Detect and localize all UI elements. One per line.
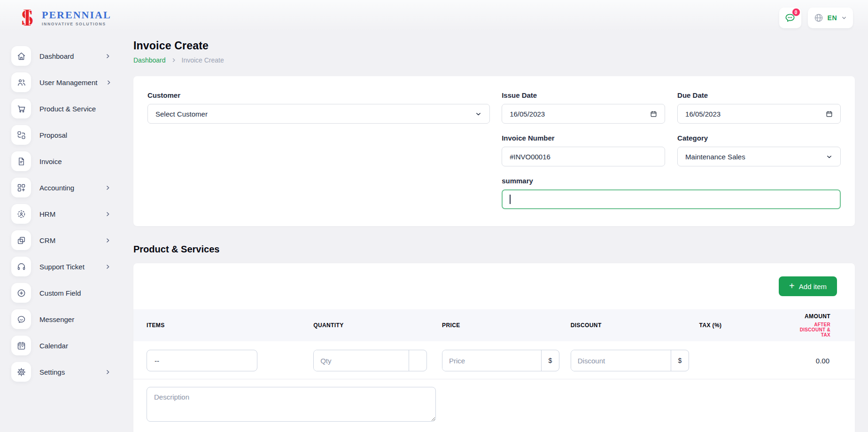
chevron-right-icon (105, 211, 111, 217)
brand-name: PERENNIAL (42, 10, 111, 20)
sidebar-item-support-ticket[interactable]: Support Ticket (11, 257, 118, 276)
language-switcher[interactable]: EN (808, 8, 853, 28)
page-title: Invoice Create (133, 39, 855, 52)
chat-badge: 0 (792, 8, 800, 16)
calendar-icon (11, 336, 31, 355)
column-items: ITEMS (147, 322, 313, 329)
main-content: Invoice Create Dashboard Invoice Create … (133, 39, 855, 432)
quantity-cell (313, 350, 442, 371)
invoice-number-label: Invoice Number (502, 134, 665, 142)
products-card: + Add item ITEMS QUANTITY PRICE DISCOUNT… (133, 263, 855, 432)
plus-icon: + (789, 281, 795, 291)
issue-date-input[interactable]: 16/05/2023 (502, 104, 665, 124)
sidebar-item-label: Settings (39, 368, 65, 376)
breadcrumb-dashboard-link[interactable]: Dashboard (133, 56, 166, 64)
category-field: Category Maintenance Sales (677, 134, 841, 166)
sidebar-item-settings[interactable]: Settings (11, 362, 118, 382)
sidebar-item-dashboard[interactable]: Dashboard (11, 46, 118, 66)
gear-icon (11, 362, 31, 382)
users-icon (11, 72, 31, 92)
text-cursor (510, 195, 511, 204)
issue-date-value: 16/05/2023 (510, 110, 545, 118)
column-quantity: QUANTITY (313, 322, 442, 329)
breadcrumb: Dashboard Invoice Create (133, 56, 855, 64)
item-select[interactable] (147, 350, 257, 371)
price-input[interactable] (442, 350, 541, 371)
add-item-button[interactable]: + Add item (779, 276, 837, 296)
quantity-group (313, 350, 427, 371)
sidebar-item-calendar[interactable]: Calendar (11, 336, 118, 355)
sidebar-item-label: Support Ticket (39, 263, 85, 271)
due-date-label: Due Date (677, 91, 841, 99)
app-root: S I PERENNIAL INNOVATIVE SOLUTIONS 0 (0, 0, 868, 432)
chevron-right-icon (106, 79, 112, 86)
quantity-input[interactable] (314, 350, 409, 371)
sidebar-item-proposal[interactable]: Proposal (11, 125, 118, 145)
column-tax: TAX (%) (699, 322, 790, 329)
discount-cell: $ (571, 350, 699, 371)
brand-tagline: INNOVATIVE SOLUTIONS (42, 22, 111, 26)
amount-note: AFTER DISCOUNT & TAX (790, 322, 830, 338)
brand-logo: S I PERENNIAL INNOVATIVE SOLUTIONS (14, 7, 111, 29)
sidebar-item-label: HRM (39, 210, 55, 218)
invoice-number-input[interactable] (502, 147, 665, 166)
customer-select[interactable]: Select Customer (147, 104, 490, 124)
sidebar-item-label: Invoice (39, 157, 62, 165)
sidebar-item-label: User Management (39, 79, 97, 86)
brand-text: PERENNIAL INNOVATIVE SOLUTIONS (42, 10, 111, 26)
category-select[interactable]: Maintenance Sales (677, 147, 841, 166)
sidebar-item-product-service[interactable]: Product & Service (11, 99, 118, 118)
category-label: Category (677, 134, 841, 142)
description-textarea[interactable] (147, 387, 436, 422)
column-discount: DISCOUNT (571, 322, 699, 329)
price-group: $ (442, 350, 559, 371)
home-icon (11, 46, 31, 66)
cart-icon (11, 99, 31, 118)
sidebar-item-label: Messenger (39, 315, 74, 323)
plus-circle-icon (11, 283, 31, 303)
calendar-picker-icon[interactable] (826, 110, 833, 118)
breadcrumb-separator-icon (171, 57, 177, 63)
discount-group: $ (571, 350, 689, 371)
sidebar-item-crm[interactable]: CRM (11, 230, 118, 250)
sidebar-item-user-management[interactable]: User Management (11, 72, 118, 92)
chevron-down-icon (841, 15, 847, 21)
discount-input[interactable] (571, 350, 671, 371)
chevron-down-icon (475, 110, 482, 118)
message-bubble-icon (11, 309, 31, 329)
sidebar-item-label: Custom Field (39, 289, 81, 297)
sidebar-item-invoice[interactable]: Invoice (11, 151, 118, 171)
calendar-picker-icon[interactable] (650, 110, 657, 118)
svg-text:I: I (23, 7, 32, 29)
column-amount: AMOUNT AFTER DISCOUNT & TAX (790, 313, 842, 338)
chevron-right-icon (105, 237, 111, 243)
currency-addon: $ (671, 350, 689, 371)
due-date-input[interactable]: 16/05/2023 (677, 104, 841, 124)
customer-select-value: Select Customer (155, 110, 208, 118)
chevron-right-icon (105, 185, 111, 191)
chat-button[interactable]: 0 (779, 8, 801, 28)
products-heading: Product & Services (133, 244, 855, 255)
summary-field: summary (502, 177, 841, 209)
globe-icon (814, 13, 824, 23)
hrm-person-icon (11, 204, 31, 224)
price-cell: $ (442, 350, 571, 371)
sidebar-item-hrm[interactable]: HRM (11, 204, 118, 224)
category-select-value: Maintenance Sales (685, 153, 745, 161)
customer-field: Customer Select Customer (147, 91, 490, 209)
add-item-label: Add item (799, 283, 827, 291)
chevron-right-icon (105, 264, 111, 270)
issue-date-label: Issue Date (502, 91, 665, 99)
sidebar-item-custom-field[interactable]: Custom Field (11, 283, 118, 303)
chevron-right-icon (105, 53, 111, 59)
chevron-down-icon (826, 153, 833, 160)
sidebar-item-messenger[interactable]: Messenger (11, 309, 118, 329)
sidebar-item-label: Product & Service (39, 105, 96, 113)
summary-textarea[interactable] (502, 189, 841, 209)
headset-icon (11, 257, 31, 276)
sidebar-item-accounting[interactable]: Accounting (11, 178, 118, 197)
invoice-number-field: Invoice Number (502, 134, 665, 166)
quantity-unit-addon (409, 350, 426, 371)
breadcrumb-current: Invoice Create (182, 56, 224, 64)
brand-mark-icon: S I (14, 7, 40, 29)
